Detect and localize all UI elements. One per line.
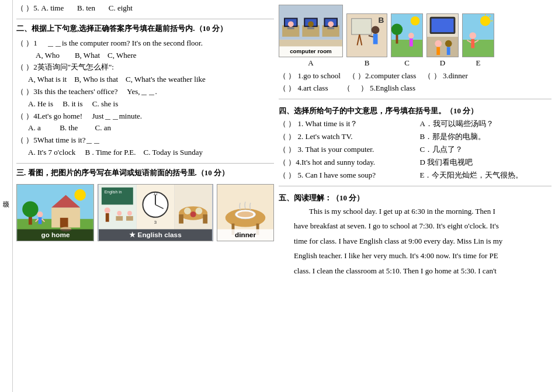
- image-e-container: E: [462, 13, 494, 68]
- section5-header: 五、阅读理解：（10 分）: [279, 193, 551, 203]
- computer-room-svg: computer room: [279, 5, 343, 57]
- s4-q4-right: D 我们看电视吧: [420, 156, 552, 169]
- svg-point-62: [288, 21, 294, 27]
- img-d-label: D: [434, 58, 452, 68]
- svg-point-23: [127, 211, 132, 216]
- img-dinner: dinner: [217, 184, 274, 241]
- img-e: [462, 13, 494, 57]
- s4-q1-right: A．我可以喝些汤吗？: [420, 117, 552, 130]
- section4-left: （ ） 1. What time is it？ （ ） 2. Let's wat…: [279, 117, 411, 182]
- img-go-home: go home: [16, 184, 94, 241]
- right-q1: （ ） 1.go to school （ ）2.computer class （…: [279, 70, 551, 82]
- svg-point-32: [184, 207, 191, 214]
- svg-text:English in: English in: [105, 189, 122, 194]
- svg-rect-93: [463, 40, 494, 57]
- svg-point-9: [37, 211, 43, 217]
- s4-q3-left: （ ） 3. That is your computer.: [279, 143, 411, 156]
- grade-label: 班级: [2, 195, 11, 197]
- svg-point-2: [74, 189, 86, 201]
- q5-prefix: （ ）5.: [16, 4, 39, 12]
- divider1: [16, 19, 274, 19]
- s4-q2-right: B．那是你的电脑。: [420, 130, 552, 143]
- right-column: computer room A B: [279, 2, 551, 390]
- section2-questions: （ ）1 ＿＿is the computer room? It's on the…: [16, 37, 274, 159]
- image-b-container: B: [346, 13, 387, 68]
- top-section: （ ）5. A. time B. ten C. eight 二、根据上下句意,选…: [16, 2, 551, 390]
- q5-b: B. ten: [77, 4, 95, 12]
- s4-q5-right: E．今天阳光灿烂，天气很热。: [420, 169, 552, 182]
- s2-q4-opts: A. a B. the C. an: [16, 122, 274, 134]
- img-c-svg: [391, 14, 423, 57]
- img-d-svg: [426, 14, 459, 57]
- s4-q3-right: C．几点了？: [420, 143, 552, 156]
- svg-text:12: 12: [153, 191, 158, 195]
- img-c: [391, 13, 423, 57]
- svg-point-33: [196, 207, 203, 214]
- section4: 四、选择所给句子的中文意思，序号填在括号里。（10 分） （ ） 1. What…: [279, 106, 551, 182]
- s2-q5: （ ）5What time is it?＿＿: [16, 134, 274, 147]
- section5: 五、阅读理解：（10 分） This is my school day. I g…: [279, 193, 551, 279]
- svg-rect-84: [427, 37, 459, 57]
- divider3: [279, 99, 551, 99]
- svg-rect-82: [410, 39, 413, 47]
- s2-q2: （ ）2英语询问"天气怎么样":: [16, 61, 274, 74]
- svg-text:★ English class: ★ English class: [129, 231, 182, 238]
- img-c-label: C: [398, 58, 416, 68]
- s2-q3: （ ）3Is this the teachers' office? Yes,＿＿…: [16, 86, 274, 98]
- section3-images: go home English in: [16, 184, 274, 241]
- section1-q5: （ ）5. A. time B. ten C. eight: [16, 2, 274, 15]
- s4-q4-left: （ ）4.It's hot and sunny today.: [279, 156, 411, 169]
- s4-q2-left: （ ） 2. Let's watch TV.: [279, 130, 411, 143]
- svg-rect-69: [352, 19, 372, 34]
- s2-q1: （ ）1 ＿＿is the computer room? It's on the…: [16, 37, 274, 50]
- section4-table: （ ） 1. What time is it？ （ ） 2. Let's wat…: [279, 117, 551, 182]
- reading-p3: time for class. I have English class at …: [279, 234, 551, 248]
- divider2: [16, 163, 274, 164]
- s4-q5-left: （ ） 5. Can I have some soup?: [279, 169, 411, 182]
- svg-rect-100: [471, 39, 474, 48]
- q5-c: C. eight: [109, 4, 133, 12]
- q5-a: A. time: [41, 4, 64, 12]
- svg-rect-52: [287, 27, 294, 29]
- svg-text:computer room: computer room: [290, 48, 332, 54]
- svg-rect-60: [327, 27, 334, 29]
- svg-point-88: [435, 40, 442, 47]
- section2-header: 二、根据上下句意,选择正确答案序号填在题前括号内.（10 分）: [16, 23, 274, 34]
- svg-text:B: B: [378, 16, 384, 25]
- img-b-label: B: [358, 58, 376, 68]
- divider4: [279, 186, 551, 186]
- svg-rect-35: [179, 214, 183, 224]
- img-e-label: E: [470, 58, 487, 68]
- s2-q1-opts: A, Who B, What C, Where: [16, 50, 274, 62]
- svg-point-95: [480, 16, 491, 26]
- svg-rect-56: [307, 27, 314, 29]
- svg-rect-91: [447, 47, 450, 55]
- reading-text: This is my school day. I get up at 6:30 …: [279, 204, 551, 277]
- svg-point-80: [391, 24, 403, 35]
- section4-header: 四、选择所给句子的中文意思，序号填在括号里。（10 分）: [279, 106, 551, 116]
- svg-point-78: [411, 16, 420, 26]
- dinner-illustration: dinner: [217, 185, 274, 241]
- s2-q4: （ ）4Let's go home! Just＿＿minute.: [16, 110, 274, 123]
- svg-text:go home: go home: [41, 231, 70, 238]
- s2-q2-opts: A, What is it B, Who is that C, What's t…: [16, 74, 274, 86]
- svg-point-90: [445, 40, 452, 47]
- left-strip: 分数 班级 姓名: [0, 0, 13, 392]
- svg-point-64: [328, 21, 334, 27]
- svg-rect-5: [60, 218, 68, 228]
- img-e-svg: [462, 14, 494, 57]
- svg-point-34: [190, 211, 196, 217]
- svg-point-99: [469, 32, 476, 39]
- go-home-illustration: go home: [16, 185, 94, 241]
- svg-rect-87: [432, 19, 454, 32]
- english-class-illustration: English in: [98, 185, 213, 241]
- section3-header: 三. 看图，把图片的序号写在单词或短语前面的括号里.（10 分）: [16, 168, 274, 178]
- svg-rect-89: [436, 47, 440, 55]
- reading-p5: class. I clean the classroom at 5:10. Th…: [279, 264, 551, 277]
- svg-point-7: [22, 201, 38, 217]
- img-b-svg: B: [346, 14, 387, 57]
- img-go-home-container: go home: [16, 184, 94, 241]
- svg-rect-19: [106, 213, 109, 222]
- svg-text:dinner: dinner: [235, 231, 256, 238]
- left-column: （ ）5. A. time B. ten C. eight 二、根据上下句意,选…: [16, 2, 274, 390]
